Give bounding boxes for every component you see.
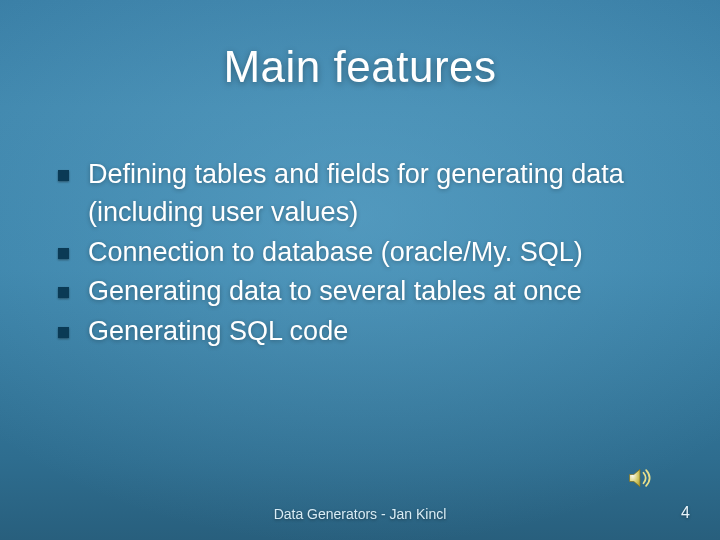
bullet-text: Connection to database (oracle/My. SQL) [88,237,583,267]
speaker-icon [626,464,654,492]
bullet-text: Generating data to several tables at onc… [88,276,582,306]
list-item: Generating SQL code [44,313,684,351]
list-item: Generating data to several tables at onc… [44,273,684,311]
bullet-text: Defining tables and fields for generatin… [88,159,624,227]
list-item: Connection to database (oracle/My. SQL) [44,234,684,272]
slide: Main features Defining tables and fields… [0,0,720,540]
bullet-text: Generating SQL code [88,316,348,346]
page-number: 4 [681,504,690,522]
footer-text: Data Generators - Jan Kincl [0,506,720,522]
list-item: Defining tables and fields for generatin… [44,156,684,232]
bullet-list: Defining tables and fields for generatin… [36,156,684,351]
slide-title: Main features [36,42,684,92]
